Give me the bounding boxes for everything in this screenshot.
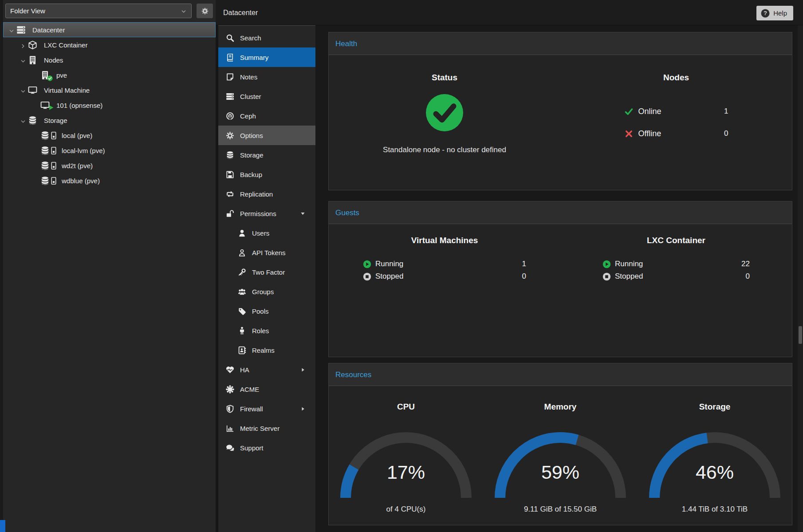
lxc-stopped-row: Stopped 0 bbox=[602, 270, 750, 283]
nav-item-two-factor[interactable]: Two Factor bbox=[218, 262, 315, 282]
tree-item-label: local-lvm (pve) bbox=[62, 147, 105, 154]
check-icon bbox=[624, 107, 634, 116]
guests-panel: Guests Virtual Machines Running 1 Stoppe… bbox=[328, 201, 792, 357]
nav-item-users[interactable]: Users bbox=[218, 223, 315, 243]
storage-percent: 46% bbox=[648, 461, 781, 483]
tree-item-nodes[interactable]: Nodes bbox=[3, 52, 216, 67]
caret-down-icon[interactable] bbox=[20, 117, 28, 124]
online-count: 1 bbox=[724, 107, 728, 116]
note-icon bbox=[226, 73, 234, 81]
nav-item-api-tokens[interactable]: API Tokens bbox=[218, 243, 315, 262]
bar-chart-icon bbox=[226, 424, 234, 433]
tree-settings-button[interactable] bbox=[197, 4, 213, 18]
view-mode-select[interactable]: Folder View bbox=[5, 4, 192, 18]
certificate-icon bbox=[226, 385, 234, 394]
tree-item-vm-101[interactable]: 101 (opnsense) bbox=[3, 98, 216, 113]
lxc-stopped-count: 0 bbox=[746, 272, 750, 281]
tree-item-label: wd2t (pve) bbox=[62, 162, 93, 169]
nav-item-ha[interactable]: HA bbox=[218, 360, 315, 379]
tree-item-label: local (pve) bbox=[62, 132, 92, 139]
nav-item-cluster[interactable]: Cluster bbox=[218, 87, 315, 106]
scrollbar-thumb[interactable] bbox=[799, 326, 802, 344]
caret-down-icon[interactable] bbox=[20, 87, 28, 94]
resource-tree: Datacenter LXC Container Nodes pve Virtu bbox=[3, 22, 216, 188]
guests-lxc-column: LXC Container Running 22 Stopped 0 bbox=[560, 224, 792, 357]
nav-item-ceph[interactable]: Ceph bbox=[218, 106, 315, 126]
nav-item-pools[interactable]: Pools bbox=[218, 301, 315, 321]
tree-item-pve[interactable]: pve bbox=[3, 67, 216, 83]
status-ok-icon bbox=[426, 94, 463, 131]
nav-item-groups[interactable]: Groups bbox=[218, 282, 315, 301]
tree-item-label: 101 (opnsense) bbox=[56, 102, 102, 109]
panel-edge bbox=[0, 0, 3, 532]
play-circle-icon bbox=[602, 260, 611, 268]
health-status-column: Status Standalone node - no cluster defi… bbox=[329, 55, 560, 190]
tree-item-storage-local-lvm[interactable]: local-lvm (pve) bbox=[3, 143, 216, 158]
nav-item-storage[interactable]: Storage bbox=[218, 145, 315, 165]
resize-corner[interactable] bbox=[0, 520, 5, 532]
tree-item-virtual-machine[interactable]: Virtual Machine bbox=[3, 83, 216, 98]
nav-item-options[interactable]: Options bbox=[218, 126, 315, 145]
tree-item-storage[interactable]: Storage bbox=[3, 113, 216, 128]
caret-right-icon[interactable] bbox=[20, 42, 28, 48]
nav-item-permissions[interactable]: Permissions bbox=[218, 204, 315, 223]
memory-gauge-column: Memory 59% 9.11 GiB of 15.50 GiB bbox=[483, 386, 638, 525]
gear-icon bbox=[201, 7, 209, 14]
nav-item-metric-server[interactable]: Metric Server bbox=[218, 418, 315, 438]
vm-running-row: Running 1 bbox=[363, 258, 526, 270]
help-button-label: Help bbox=[773, 9, 787, 17]
stop-circle-icon bbox=[363, 272, 371, 281]
nav-item-roles[interactable]: Roles bbox=[218, 321, 315, 340]
chevron-down-icon bbox=[181, 7, 187, 15]
tree-item-label: Storage bbox=[44, 117, 67, 124]
server-icon bbox=[226, 92, 234, 101]
tree-item-storage-wd2t[interactable]: wd2t (pve) bbox=[3, 158, 216, 173]
storage-gauge-column: Storage 46% 1.44 TiB of 3.10 TiB bbox=[638, 386, 792, 525]
user-outline-icon bbox=[238, 248, 246, 257]
nav-item-realms[interactable]: Realms bbox=[218, 340, 315, 360]
help-button[interactable]: Help bbox=[756, 6, 793, 20]
tree-item-label: Datacenter bbox=[32, 26, 65, 34]
vm-running-count: 1 bbox=[522, 260, 526, 268]
nav-item-acme[interactable]: ACME bbox=[218, 379, 315, 399]
storage-icon bbox=[40, 176, 56, 185]
caret-down-icon[interactable] bbox=[8, 27, 16, 33]
nav-item-replication[interactable]: Replication bbox=[218, 184, 315, 204]
nav-item-firewall[interactable]: Firewall bbox=[218, 399, 315, 418]
caret-down-icon[interactable] bbox=[20, 57, 28, 63]
database-icon bbox=[28, 116, 39, 125]
status-heading: Status bbox=[329, 73, 560, 83]
lxc-running-row: Running 22 bbox=[602, 258, 750, 270]
building-icon bbox=[28, 55, 39, 65]
tree-item-storage-wdblue[interactable]: wdblue (pve) bbox=[3, 173, 216, 188]
vertical-scrollbar[interactable] bbox=[798, 25, 803, 532]
storage-icon bbox=[40, 131, 56, 140]
vm-running-icon bbox=[40, 101, 51, 110]
storage-caption: 1.44 TiB of 3.10 TiB bbox=[638, 505, 792, 514]
storage-gauge: 46% bbox=[648, 431, 781, 498]
health-nodes-column: Nodes Online 1 Offline 0 bbox=[560, 55, 792, 190]
tree-item-lxc-container[interactable]: LXC Container bbox=[3, 37, 216, 52]
nav-item-support[interactable]: Support bbox=[218, 438, 315, 457]
search-icon bbox=[226, 34, 234, 42]
retweet-icon bbox=[226, 190, 234, 198]
database-icon bbox=[226, 151, 234, 159]
tree-item-storage-local[interactable]: local (pve) bbox=[3, 128, 216, 143]
tree-item-label: Virtual Machine bbox=[44, 87, 90, 94]
nodes-online-row: Online 1 bbox=[624, 100, 728, 122]
nav-item-summary[interactable]: Summary bbox=[218, 47, 315, 67]
gear-icon bbox=[226, 131, 234, 140]
triangle-right-icon bbox=[300, 406, 306, 412]
nav-item-backup[interactable]: Backup bbox=[218, 165, 315, 184]
nav-item-search[interactable]: Search bbox=[218, 28, 315, 47]
vm-heading: Virtual Machines bbox=[329, 236, 560, 245]
tree-item-label: wdblue (pve) bbox=[62, 177, 100, 185]
storage-heading: Storage bbox=[638, 402, 792, 412]
tree-item-datacenter[interactable]: Datacenter bbox=[3, 22, 216, 37]
floppy-icon bbox=[226, 170, 234, 179]
nav-item-notes[interactable]: Notes bbox=[218, 67, 315, 87]
desktop-icon bbox=[28, 86, 39, 95]
comments-icon bbox=[226, 444, 234, 452]
memory-caption: 9.11 GiB of 15.50 GiB bbox=[483, 505, 638, 514]
tree-item-label: LXC Container bbox=[44, 41, 87, 49]
